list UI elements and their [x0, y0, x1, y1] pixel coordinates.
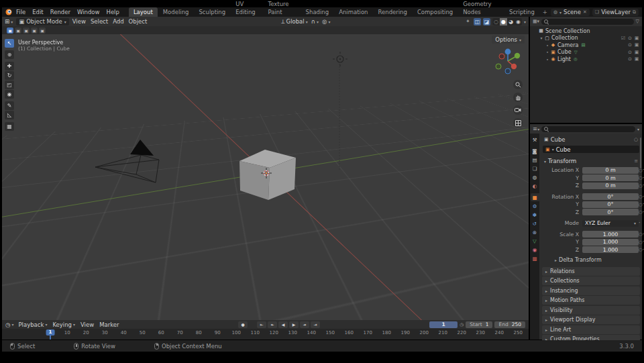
- outliner-row-light[interactable]: •◉Light◎⊙▣: [530, 56, 642, 63]
- play-button[interactable]: ▶: [289, 321, 299, 328]
- shading-wireframe-button[interactable]: ◌: [492, 18, 500, 25]
- tab-animation[interactable]: Animation: [334, 7, 372, 17]
- editor-type-selector[interactable]: ⊞▾: [5, 18, 13, 25]
- zoom-button[interactable]: [513, 80, 523, 89]
- tool-rotate[interactable]: ↻: [5, 71, 14, 80]
- blender-logo-icon[interactable]: [5, 9, 12, 15]
- panel-visibility[interactable]: ▸Visibility: [542, 306, 640, 315]
- panel-line-art[interactable]: ▸Line Art: [542, 325, 640, 334]
- gizmo-y-neg[interactable]: [496, 64, 501, 69]
- proportional-editing-toggle[interactable]: ◎▾: [322, 18, 330, 25]
- gizmo-z-axis[interactable]: [505, 49, 511, 55]
- value-field[interactable]: 1.000: [582, 231, 639, 238]
- outliner-search-input[interactable]: [541, 19, 633, 25]
- select-mode-0[interactable]: ▣: [7, 28, 13, 34]
- outliner-row-camera[interactable]: •◆Camera▤⊙▣: [530, 42, 642, 49]
- transform-panel-header[interactable]: ▾ Transform ≡: [540, 156, 642, 166]
- shading-material-button[interactable]: ◕: [507, 18, 515, 25]
- tab-sculpting[interactable]: Sculpting: [194, 7, 230, 17]
- shading-rendered-button[interactable]: ◉: [515, 18, 522, 25]
- camera-toggle-icon[interactable]: ▣: [633, 36, 640, 41]
- next-keyframe-button[interactable]: ↠: [300, 321, 309, 328]
- tab-layout[interactable]: Layout: [129, 7, 158, 17]
- outliner-row-collection[interactable]: ▾▢Collection☑⊙▣: [530, 35, 642, 42]
- outliner-display-mode-icon[interactable]: ▦▾: [533, 19, 539, 24]
- auto-keying-button[interactable]: ●: [238, 321, 248, 328]
- timeline-ruler[interactable]: 1 10203040506070809010011012013014015016…: [2, 329, 529, 340]
- timeline-menu-marker[interactable]: Marker: [99, 321, 119, 328]
- object-name-field[interactable]: ▣ ▾ Cube: [543, 146, 639, 153]
- value-field[interactable]: 0 m: [582, 167, 639, 174]
- panel-collections[interactable]: ▸Collections: [542, 276, 640, 285]
- expand-icon[interactable]: ▾: [539, 36, 544, 40]
- eye-toggle-icon[interactable]: ⊙: [627, 56, 633, 62]
- menu-help[interactable]: Help: [103, 9, 122, 15]
- panel-instancing[interactable]: ▸Instancing: [542, 287, 640, 295]
- gizmo-x-axis[interactable]: [511, 64, 517, 69]
- eye-toggle-icon[interactable]: ⊙: [627, 42, 633, 48]
- tool-annotate[interactable]: ✎: [5, 101, 14, 110]
- snapping-toggle[interactable]: ∩▾: [311, 18, 319, 25]
- frame-end-field[interactable]: End250: [494, 321, 525, 328]
- timeline-menu-keying[interactable]: Keying▾: [52, 321, 75, 328]
- tool-scale[interactable]: ◰: [5, 81, 14, 89]
- eye-toggle-icon[interactable]: ⊙: [627, 50, 633, 55]
- play-reverse-button[interactable]: ◀: [278, 321, 288, 328]
- eye-toggle-icon[interactable]: ⊙: [627, 36, 633, 41]
- tool-move[interactable]: ✚: [5, 62, 14, 70]
- value-field[interactable]: 0°: [582, 193, 639, 200]
- outliner-row-cube[interactable]: •▣Cube▽⊙▣: [530, 49, 642, 56]
- filter-icon[interactable]: ▽: [636, 19, 639, 24]
- viewport-menu-object[interactable]: Object: [129, 18, 148, 25]
- select-mode-1[interactable]: ▣: [15, 28, 21, 34]
- tab-scripting[interactable]: Scripting: [504, 7, 539, 17]
- properties-search-input[interactable]: [541, 126, 635, 132]
- select-mode-3[interactable]: ▣: [31, 28, 38, 34]
- select-mode-2[interactable]: ▣: [23, 28, 30, 34]
- panel-motion-paths[interactable]: ▸Motion Paths: [542, 296, 640, 305]
- viewport-menu-select[interactable]: Select: [91, 18, 108, 25]
- orientation-selector[interactable]: ⟂Global▾: [281, 18, 308, 25]
- value-field[interactable]: 1.000: [582, 246, 639, 253]
- perspective-toggle-button[interactable]: [513, 118, 523, 127]
- overlays-toggle[interactable]: ◫: [474, 18, 481, 25]
- frame-start-field[interactable]: Start1: [466, 321, 492, 328]
- tool-tweak-select[interactable]: ↖: [5, 39, 14, 48]
- animate-dot-icon[interactable]: ·: [639, 220, 641, 226]
- panel-relations[interactable]: ▸Relations: [542, 267, 640, 276]
- pin-icon[interactable]: ○: [634, 137, 638, 142]
- viewport-menu-add[interactable]: Add: [113, 18, 123, 25]
- add-workspace-button[interactable]: +: [540, 7, 550, 17]
- view-layer-selector[interactable]: ❏ ViewLayer ⧉: [592, 9, 639, 16]
- menu-render[interactable]: Render: [47, 9, 74, 15]
- playhead-badge[interactable]: 1: [46, 329, 55, 335]
- value-field[interactable]: 0 m: [582, 174, 639, 181]
- camera-toggle-icon[interactable]: ▣: [633, 56, 640, 62]
- gizmos-toggle[interactable]: ⌖: [464, 18, 472, 25]
- tab-geometry-nodes[interactable]: Geometry Nodes: [458, 0, 504, 17]
- camera-toggle-icon[interactable]: ▣: [633, 50, 640, 55]
- properties-editor-type-icon[interactable]: ≡▾: [533, 125, 539, 132]
- panel-options-icon[interactable]: ≡: [634, 158, 638, 164]
- jump-to-start-button[interactable]: ⇤: [257, 321, 266, 328]
- tool-cursor[interactable]: ⊕: [5, 50, 14, 59]
- delta-transform-panel[interactable]: ▸ Delta Transform: [540, 254, 642, 266]
- value-field[interactable]: 0°: [582, 201, 639, 208]
- scene-selector[interactable]: ◍▾ Scene ✕: [551, 9, 590, 16]
- timeline-editor-type-selector[interactable]: ◷▾: [5, 321, 13, 328]
- tool-add-cube[interactable]: ▦: [5, 122, 14, 131]
- tab-shading[interactable]: Shading: [301, 7, 334, 17]
- gizmo-y-axis[interactable]: [515, 53, 520, 58]
- properties-scrollbar[interactable]: [640, 138, 642, 168]
- new-view-layer-icon[interactable]: ⧉: [633, 9, 636, 15]
- prev-keyframe-button[interactable]: ↞: [268, 321, 277, 328]
- tab-compositing[interactable]: Compositing: [413, 7, 458, 17]
- mode-selector[interactable]: ▣ Object Mode ▾: [16, 18, 69, 25]
- current-frame-field[interactable]: 1: [429, 321, 458, 328]
- tool-measure[interactable]: ◺: [5, 111, 14, 119]
- mode-dropdown[interactable]: XYZ Euler▾: [582, 220, 639, 227]
- value-field[interactable]: 0 m: [582, 183, 639, 189]
- camera-view-button[interactable]: [513, 105, 523, 115]
- menu-file[interactable]: File: [13, 9, 29, 15]
- shading-options-dropdown[interactable]: ▾: [524, 19, 526, 24]
